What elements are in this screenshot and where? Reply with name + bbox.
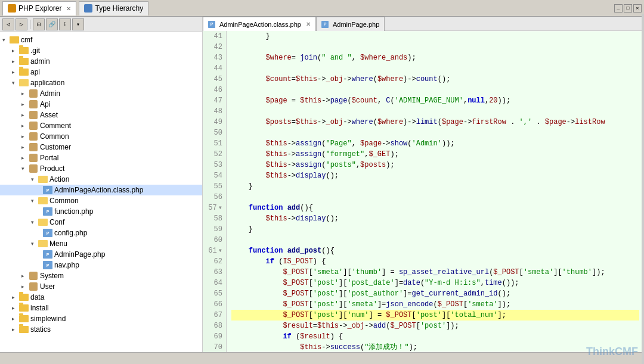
tab-type-hierarchy[interactable]: Type Hierarchy bbox=[79, 1, 148, 15]
code-line-42 bbox=[231, 42, 639, 52]
code-line-67: $_POST['post']['num'] = $_POST['post']['… bbox=[231, 310, 639, 321]
php-explorer-icon bbox=[8, 4, 16, 13]
tree-item-System[interactable]: ▸ System bbox=[0, 270, 202, 281]
back-button[interactable]: ◁ bbox=[2, 18, 14, 30]
tree-item-Api[interactable]: ▸ Api bbox=[0, 99, 202, 110]
tree-item-User[interactable]: ▸ User bbox=[0, 281, 202, 292]
tree-label-AdminPage-php: AdminPage.php bbox=[54, 250, 105, 259]
line-num-43: 43 bbox=[203, 52, 226, 63]
tree-label-nav-php: nav.php bbox=[54, 261, 79, 269]
line-num-52: 52 bbox=[203, 149, 226, 160]
close-button[interactable]: ✕ bbox=[633, 4, 642, 13]
tree-item-Action[interactable]: ▾ Action bbox=[0, 174, 202, 185]
code-tab-close-AdminPageAction[interactable]: ✕ bbox=[306, 21, 311, 27]
tree-label-api: api bbox=[30, 68, 40, 76]
tree-label-Comment: Comment bbox=[40, 122, 71, 130]
line-num-64: 64 bbox=[203, 278, 226, 288]
code-line-62: if (IS_POST) { bbox=[231, 256, 639, 267]
tree-item-install[interactable]: ▸ install bbox=[0, 303, 202, 313]
line-num-63: 63 bbox=[203, 267, 226, 278]
tab-php-explorer-close[interactable]: ✕ bbox=[66, 5, 71, 12]
tree-label-config-php: config.php bbox=[54, 229, 87, 237]
code-line-47: $page = $this->page($count, C('ADMIN_PAG… bbox=[231, 95, 639, 106]
code-line-63: $_POST['smeta']['thumb'] = sp_asset_rela… bbox=[231, 267, 639, 278]
file-tree[interactable]: ▾ cmf ▸ .git ▸ admin bbox=[0, 32, 202, 352]
tree-label-System: System bbox=[40, 272, 64, 280]
tree-item-Conf[interactable]: ▾ Conf bbox=[0, 217, 202, 228]
tree-item-cmf[interactable]: ▾ cmf bbox=[0, 35, 202, 45]
tree-item-Comment[interactable]: ▸ Comment bbox=[0, 120, 202, 131]
line-num-65: 65 bbox=[203, 288, 226, 299]
menu-button[interactable]: ▾ bbox=[72, 18, 84, 30]
tree-label-Action: Action bbox=[49, 175, 69, 183]
tree-item-Customer[interactable]: ▸ Customer bbox=[0, 142, 202, 153]
code-line-43: $where= join(" and ", $where_ands); bbox=[231, 52, 639, 63]
tree-item-AdminPage-php[interactable]: P AdminPage.php bbox=[0, 249, 202, 260]
line-num-56: 56 bbox=[203, 192, 226, 203]
tree-label-cmf: cmf bbox=[21, 36, 32, 44]
code-panel: P AdminPageAction.class.php ✕ P AdminPag… bbox=[203, 17, 644, 352]
line-num-47: 47 bbox=[203, 95, 226, 106]
code-line-46 bbox=[231, 85, 639, 95]
tree-item-Common2[interactable]: ▾ Common bbox=[0, 195, 202, 206]
tree-item-data[interactable]: ▸ data bbox=[0, 292, 202, 303]
code-line-66: $_POST['post']['smeta']=json_encode($_PO… bbox=[231, 299, 639, 310]
line-num-55: 55 bbox=[203, 181, 226, 192]
tree-label-Product: Product bbox=[40, 164, 64, 173]
tree-item-admin[interactable]: ▸ admin bbox=[0, 56, 202, 67]
code-line-69: if ($result) { bbox=[231, 331, 639, 342]
code-tab-AdminPage[interactable]: P AdminPage.php bbox=[316, 17, 385, 31]
line-num-66: 66 bbox=[203, 299, 226, 310]
line-num-68: 68 bbox=[203, 321, 226, 331]
maximize-button[interactable]: □ bbox=[624, 4, 632, 13]
tree-item-config-php[interactable]: P config.php bbox=[0, 228, 202, 238]
tree-item-simplewind[interactable]: ▸ simplewind bbox=[0, 313, 202, 324]
tree-item-git[interactable]: ▸ .git bbox=[0, 45, 202, 56]
tree-item-Asset[interactable]: ▸ Asset bbox=[0, 110, 202, 120]
code-line-54: $this->display(); bbox=[231, 170, 639, 181]
code-line-64: $_POST['post']['post_date']=date("Y-m-d … bbox=[231, 278, 639, 288]
line-num-59: 59 bbox=[203, 224, 226, 235]
code-tabs: P AdminPageAction.class.php ✕ P AdminPag… bbox=[203, 17, 644, 31]
tree-label-Api: Api bbox=[40, 100, 50, 108]
code-tab-AdminPageAction[interactable]: P AdminPageAction.class.php ✕ bbox=[203, 17, 316, 31]
tree-label-statics: statics bbox=[30, 325, 51, 334]
line-num-42: 42 bbox=[203, 42, 226, 52]
forward-button[interactable]: ▷ bbox=[16, 18, 27, 30]
code-line-65: $_POST['post']['post_author']=get_curren… bbox=[231, 288, 639, 299]
tab-php-explorer[interactable]: PHP Explorer ✕ bbox=[2, 1, 76, 15]
tree-item-statics[interactable]: ▸ statics bbox=[0, 324, 202, 335]
code-line-44 bbox=[231, 63, 639, 74]
collapse-button[interactable]: ⊟ bbox=[33, 18, 45, 30]
tree-item-application[interactable]: ▾ application bbox=[0, 77, 202, 88]
tree-item-Common[interactable]: ▸ Common bbox=[0, 131, 202, 142]
tab-type-hierarchy-label: Type Hierarchy bbox=[95, 4, 143, 13]
tree-item-Menu[interactable]: ▾ Menu bbox=[0, 238, 202, 249]
tree-label-function-php: function.php bbox=[54, 207, 93, 216]
tree-item-Product[interactable]: ▾ Product bbox=[0, 163, 202, 174]
line-num-57: 57 bbox=[203, 203, 226, 213]
arrow-button[interactable]: ↕ bbox=[59, 18, 71, 30]
line-num-61: 61 bbox=[203, 245, 226, 256]
code-line-50 bbox=[231, 127, 639, 138]
code-line-70: $this->success("添加成功！"); bbox=[231, 342, 639, 352]
line-numbers: 41 42 43 44 45 46 47 48 49 50 51 52 53 5… bbox=[203, 31, 227, 352]
minimize-button[interactable]: _ bbox=[614, 4, 623, 13]
code-line-49: $posts=$this->_obj->where($where)->limit… bbox=[231, 117, 639, 127]
tree-item-api[interactable]: ▸ api bbox=[0, 67, 202, 77]
panel-toolbar: ◁ ▷ ⊟ 🔗 ↕ ▾ bbox=[0, 17, 202, 32]
line-num-41: 41 bbox=[203, 31, 226, 42]
title-bar: PHP Explorer ✕ Type Hierarchy _ □ ✕ bbox=[0, 0, 644, 17]
tree-item-nav-php[interactable]: P nav.php bbox=[0, 260, 202, 270]
tree-item-AdminPageAction[interactable]: P AdminPageAction.class.php bbox=[0, 185, 202, 195]
line-num-48: 48 bbox=[203, 106, 226, 117]
link-button[interactable]: 🔗 bbox=[46, 18, 58, 30]
code-line-55: } bbox=[231, 181, 639, 192]
tree-item-Admin[interactable]: ▸ Admin bbox=[0, 88, 202, 99]
tree-label-User: User bbox=[40, 282, 55, 291]
tree-item-function-php[interactable]: P function.php bbox=[0, 206, 202, 217]
tree-label-install: install bbox=[30, 304, 49, 312]
tree-item-Portal[interactable]: ▸ Portal bbox=[0, 153, 202, 163]
tree-label-Conf: Conf bbox=[49, 218, 64, 226]
code-editor[interactable]: 41 42 43 44 45 46 47 48 49 50 51 52 53 5… bbox=[203, 31, 644, 352]
